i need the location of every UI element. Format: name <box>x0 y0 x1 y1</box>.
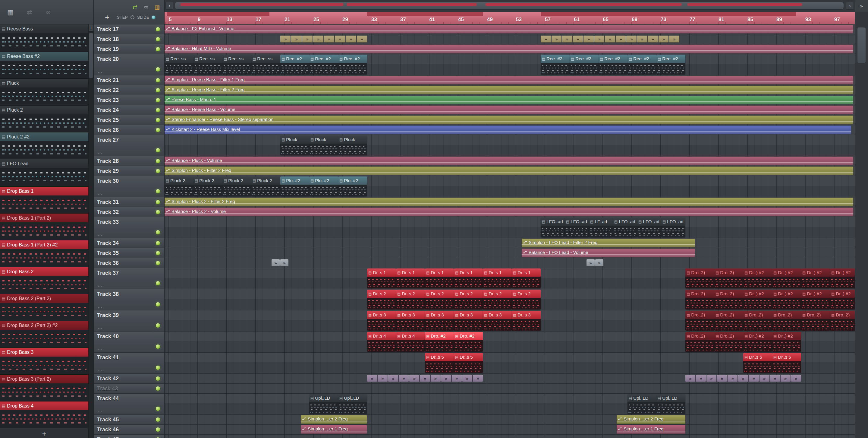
track-lane[interactable]: ▤LFO..ad▤LFO..ad▤LF..ad▤LFO..ad▤LFO..ad▤… <box>164 217 855 238</box>
pattern-clip[interactable]: ▤Dr..s 3 <box>454 311 483 331</box>
marker-clip-group[interactable]: »»»»»»»» <box>280 36 367 42</box>
pattern-clip[interactable]: ▤Dr..s 4 <box>396 332 425 352</box>
arrow-clip[interactable]: » <box>388 375 398 382</box>
track-mute-led[interactable] <box>156 345 160 349</box>
track-lane[interactable]: ▤Dr..s 2▤Dr..s 2▤Dr..s 2▤Dr..s 2▤Dr..s 2… <box>164 289 855 311</box>
pattern-clip[interactable]: ▤Ree..#2 <box>309 55 338 75</box>
track-mute-led[interactable] <box>156 241 160 245</box>
arrow-clip[interactable]: » <box>658 36 669 42</box>
pattern-clip[interactable]: ▤Ree..#2 <box>627 55 656 75</box>
track-mute-led[interactable] <box>156 376 160 381</box>
track-mute-led[interactable] <box>156 37 160 41</box>
track-mute-led[interactable] <box>156 169 160 173</box>
arrow-clip[interactable]: » <box>781 375 790 382</box>
track-header[interactable]: Track 29 <box>94 166 164 176</box>
arrow-clip[interactable]: » <box>791 375 801 382</box>
track-header[interactable]: Track 25 <box>94 115 164 125</box>
arrow-clip[interactable]: » <box>399 375 409 382</box>
automation-clip[interactable]: Simplon -..er 1 Freq <box>301 425 367 434</box>
automation-clip[interactable]: Reese Bass - Macro 1 <box>164 96 853 105</box>
pattern-item[interactable]: ▤Drop Bass 1 (Part 2) #2 <box>0 240 88 267</box>
arrow-clip[interactable]: » <box>280 259 288 266</box>
pattern-clip[interactable]: ▤LFO..ad <box>613 217 637 237</box>
track-mute-led[interactable] <box>156 88 160 92</box>
picker-scrollbar[interactable]: I <box>88 24 93 438</box>
pattern-clip[interactable]: ▤LF..ad <box>589 217 613 237</box>
pattern-clip[interactable]: ▤Dr..s 1 <box>367 268 396 288</box>
pattern-item-header[interactable]: ▤Drop Bass 4 <box>0 402 88 410</box>
arrow-clip[interactable]: » <box>587 259 595 266</box>
track-mute-led[interactable] <box>156 251 160 255</box>
pattern-clip[interactable]: ▤Ree..#2 <box>338 55 367 75</box>
track-header[interactable]: Track 27… <box>94 135 164 156</box>
arrow-clip[interactable]: » <box>462 375 472 382</box>
arrow-clip[interactable]: » <box>707 375 716 382</box>
arrow-clip[interactable]: » <box>616 36 626 42</box>
automation-clip[interactable]: Balance - Hihat MID - Volume <box>164 45 853 53</box>
pattern-clip[interactable]: ▤Pluck 2 <box>193 176 222 196</box>
pattern-clip[interactable]: ▤Dr..s 5 <box>425 353 454 373</box>
track-header[interactable]: Track 31 <box>94 197 164 207</box>
pattern-clip[interactable]: ▤Pluck 2 <box>222 176 251 196</box>
track-lane[interactable]: »»»»»»»»»»»»»»»»»»»»»» <box>164 374 855 384</box>
track-lane[interactable]: Simplon -..er 2 FreqSimplon -..er 2 Freq <box>164 415 855 425</box>
picker-scrollbar-handle[interactable] <box>89 33 93 78</box>
pattern-clip[interactable]: ▤Ree..#2 <box>541 55 569 75</box>
arrow-clip[interactable]: » <box>727 375 738 382</box>
pattern-item[interactable]: ▤Drop Bass 2 <box>0 267 88 294</box>
track-header[interactable]: Track 19 <box>94 45 164 54</box>
arrow-clip[interactable]: » <box>335 36 345 42</box>
track-header[interactable]: Track 38… <box>94 289 164 311</box>
pattern-clip[interactable]: ▤Dr..s 2 <box>454 290 483 310</box>
pattern-clip[interactable]: ▤Dr..s 1 <box>396 268 425 288</box>
pattern-clip[interactable]: ▤Dr..s 3 <box>367 311 396 331</box>
arrow-clip[interactable]: » <box>324 36 334 42</box>
track-lane[interactable]: Simplon - Pluck 2 - Filter 2 Freq <box>164 197 855 207</box>
arrow-clip[interactable]: » <box>552 36 562 42</box>
pattern-clip[interactable]: ▤Dr..s 4 <box>367 332 396 352</box>
pattern-clip[interactable]: ▤Dr..) #2 <box>830 268 855 288</box>
pattern-clip[interactable]: ▤Pluck <box>280 136 309 155</box>
arrow-clip[interactable]: » <box>302 36 313 42</box>
track-mute-led[interactable] <box>156 47 160 51</box>
pattern-clip[interactable]: ▤Dr..) #2 <box>772 332 801 352</box>
arrow-clip[interactable]: » <box>669 36 679 42</box>
pattern-clip[interactable]: ▤Pluck <box>338 136 367 155</box>
pattern-item[interactable]: ▤Drop Bass 3 <box>0 348 88 375</box>
pattern-item[interactable]: ▤Drop Bass 2 (Part 2) <box>0 294 88 321</box>
track-mute-led[interactable] <box>156 67 160 71</box>
pattern-clip[interactable]: ▤Dro..2) <box>772 311 801 331</box>
track-mute-led[interactable] <box>156 407 160 411</box>
track-lane[interactable]: »»»»»»»»»»»»»»»»»»»»» <box>164 34 855 45</box>
pattern-clip[interactable]: ▤Dr..s 2 <box>483 290 512 310</box>
track-lane[interactable]: ▤Dr..s 3▤Dr..s 3▤Dr..s 3▤Dr..s 3▤Dr..s 3… <box>164 311 855 331</box>
track-header[interactable]: Track 42 <box>94 374 164 384</box>
pattern-clip[interactable]: ▤Ree..ss <box>164 55 193 75</box>
track-lane[interactable]: Balance - LFO Lead - Volume <box>164 248 855 258</box>
pattern-clip[interactable]: ▤Dr..s 1 <box>454 268 483 288</box>
add-track-button[interactable]: + <box>105 13 110 21</box>
horizontal-scroll-strip[interactable]: ‹ › <box>164 0 855 12</box>
pattern-clip[interactable]: ▤Dr..s 1 <box>512 268 541 288</box>
track-lane[interactable]: ▤Ree..ss▤Ree..ss▤Ree..ss▤Ree..ss▤Ree..#2… <box>164 54 855 76</box>
pattern-item[interactable]: ▤LFO Lead <box>0 159 88 187</box>
automation-clip[interactable]: Balance - Reese Bass - Volume <box>164 106 853 114</box>
pattern-item-header[interactable]: ▤Drop Bass 3 (Part 2) <box>0 375 88 383</box>
arrow-clip[interactable]: » <box>291 36 301 42</box>
track-header[interactable]: Track 43 <box>94 384 164 393</box>
pattern-clip[interactable]: ▤Dr..s 3 <box>483 311 512 331</box>
arrow-clip[interactable]: » <box>346 36 356 42</box>
pattern-clip[interactable]: ▤Dro..2) <box>801 311 830 331</box>
pattern-clip[interactable]: ▤Pluck 2 <box>251 176 280 196</box>
pattern-clip[interactable]: ▤Dr..s 1 <box>483 268 512 288</box>
track-mute-led[interactable] <box>156 281 160 285</box>
pattern-clip[interactable]: ▤Plu..#2 <box>338 176 367 196</box>
pattern-clip[interactable]: ▤Dro..2) <box>714 290 743 310</box>
track-lane[interactable]: Balance - Pluck - Volume <box>164 156 855 166</box>
pattern-clip[interactable]: ▤Dr..s 5 <box>454 353 483 373</box>
swap-icon[interactable]: ⇄ <box>27 8 32 16</box>
track-lane[interactable]: ▤Dr..s 1▤Dr..s 1▤Dr..s 1▤Dr..s 1▤Dr..s 1… <box>164 268 855 289</box>
arrow-clip[interactable]: » <box>770 375 780 382</box>
pattern-clip[interactable]: ▤Dr..) #2 <box>772 268 801 288</box>
pattern-clip[interactable]: ▤Plu..#2 <box>280 176 309 196</box>
